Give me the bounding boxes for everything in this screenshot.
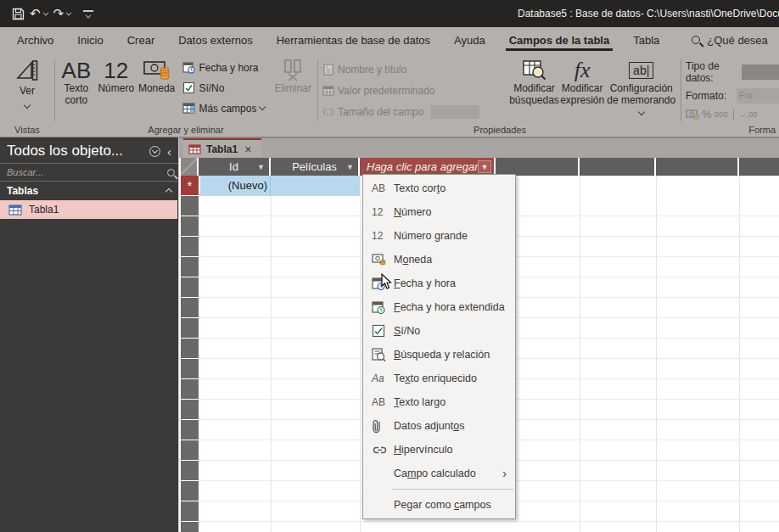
menu-item-label: Número grande xyxy=(394,230,468,242)
row-selector[interactable] xyxy=(181,318,199,338)
menu-item-texto-enriquecido[interactable]: AaTexto enriquecido xyxy=(363,367,515,390)
menu-item-hiperv-nculo[interactable]: Hipervínculo xyxy=(363,438,515,462)
nav-menu-icon[interactable] xyxy=(149,146,160,157)
menu-item-campo-calculado[interactable]: Campo calculado› xyxy=(363,462,515,485)
menu-item-b-squeda-y-relaci-n[interactable]: Búsqueda y relación xyxy=(363,343,515,367)
currency-button[interactable]: Moneda xyxy=(136,53,178,122)
long-text-icon: AB xyxy=(372,396,394,408)
row-selector[interactable] xyxy=(181,400,199,419)
nav-pane-title: Todos los objeto... xyxy=(7,143,149,160)
menu-item-pegar-como-campos[interactable]: Pegar como campos xyxy=(363,493,515,517)
field-size-button: Tamaño del campo xyxy=(322,103,509,120)
document-tab-tabla1[interactable]: Tabla1 × xyxy=(183,138,261,159)
group-formato: Tipo de datos: Formato: For % 000 ←,00 F… xyxy=(686,53,779,137)
select-all-corner[interactable] xyxy=(181,158,199,176)
row-selector[interactable] xyxy=(181,440,199,460)
ribbon-tab-tabla[interactable]: Tabla xyxy=(621,27,671,53)
ribbon: Ver Vistas AB Texto corto 12 Número Mone… xyxy=(0,53,779,137)
ribbon-tab-archivo[interactable]: Archivo xyxy=(5,27,65,53)
new-record-row[interactable]: (Nuevo) xyxy=(200,176,360,196)
column-header-id[interactable]: Id ▼ xyxy=(199,158,271,176)
menu-item-fecha-y-hora-extendida[interactable]: Fecha y hora extendida xyxy=(363,295,515,319)
menu-separator xyxy=(392,489,513,490)
empty-column-header xyxy=(656,158,739,176)
menu-item-s-no[interactable]: Sí/No xyxy=(363,319,515,343)
data-type-dropdown[interactable] xyxy=(742,64,779,80)
row-selector[interactable] xyxy=(181,216,199,236)
menu-item-datos-adjuntos[interactable]: Datos adjuntos xyxy=(363,414,515,438)
ribbon-tab-campos-de-la-tabla[interactable]: Campos de la tabla xyxy=(497,27,621,53)
table-icon xyxy=(8,204,22,216)
row-selector[interactable] xyxy=(181,339,199,358)
menu-item-label: Texto corto xyxy=(394,182,446,194)
number-button[interactable]: 12 Número xyxy=(97,53,136,122)
short-text-button[interactable]: AB Texto corto xyxy=(56,53,97,122)
row-selector[interactable] xyxy=(181,522,199,532)
ribbon-tab-inicio[interactable]: Inicio xyxy=(65,27,115,53)
ribbon-tab-crear[interactable]: Crear xyxy=(115,27,167,53)
row-selector[interactable] xyxy=(181,501,199,521)
column-header-peliculas[interactable]: Películas ▼ xyxy=(271,158,360,176)
group-propiedades: Nombre y título Valor predeterminado Tam… xyxy=(322,53,677,137)
ribbon-tab-row: ArchivoInicioCrearDatos externosHerramie… xyxy=(0,27,779,53)
row-selector[interactable] xyxy=(181,359,199,378)
row-selector[interactable] xyxy=(181,277,199,297)
menu-item-n-mero-grande[interactable]: 12Número grande xyxy=(363,224,515,248)
ribbon-tab-ayuda[interactable]: Ayuda xyxy=(442,27,497,53)
collapse-icon xyxy=(165,188,172,195)
short-text-label: Texto corto xyxy=(56,83,97,107)
data-type-label: Tipo de datos: xyxy=(686,60,742,84)
date-time-label: Fecha y hora xyxy=(199,62,258,74)
ribbon-tab-datos-externos[interactable]: Datos externos xyxy=(166,27,264,53)
tell-me-search[interactable]: ¿Qué desea xyxy=(692,34,768,47)
modify-expression-label: Modificar expresión xyxy=(559,83,606,107)
undo-icon[interactable]: ↶ xyxy=(30,6,48,21)
ribbon-tab-herramientas-de-base-de-datos[interactable]: Herramientas de base de datos xyxy=(265,27,442,53)
menu-item-moneda[interactable]: Moneda xyxy=(363,248,515,272)
nav-search[interactable]: Buscar... xyxy=(0,163,178,182)
delete-column-icon xyxy=(280,58,305,83)
close-icon[interactable]: × xyxy=(244,143,251,156)
row-selector[interactable] xyxy=(181,461,199,480)
menu-item-texto-corto[interactable]: ABTexto corto xyxy=(363,176,515,200)
shutter-close-icon[interactable]: ‹ xyxy=(165,144,173,159)
row-selector[interactable] xyxy=(181,379,199,399)
add-field-header[interactable]: Haga clic para agregar ▼ xyxy=(360,158,496,176)
more-fields-button[interactable]: Más campos xyxy=(182,99,266,117)
more-fields-label: Más campos xyxy=(199,103,256,115)
save-icon[interactable] xyxy=(12,8,25,20)
nav-item-tabla1[interactable]: Tabla1 xyxy=(0,200,177,219)
rich-text-icon: Aa xyxy=(372,372,394,384)
row-selector[interactable] xyxy=(181,237,199,256)
field-size-label: Tamaño del campo xyxy=(338,106,423,118)
default-value-button: Valor predeterminado xyxy=(322,81,509,99)
redo-icon[interactable]: ↷ xyxy=(53,6,72,21)
yes-no-button[interactable]: Sí/No xyxy=(182,79,266,97)
row-selector[interactable] xyxy=(181,481,199,501)
new-record-selector[interactable]: * xyxy=(181,176,199,195)
add-field-dropdown-icon[interactable]: ▼ xyxy=(478,160,491,173)
id-cell-new[interactable]: (Nuevo) xyxy=(200,176,271,196)
row-selector[interactable] xyxy=(181,298,199,317)
modify-lookups-button[interactable]: Modificar búsquedas xyxy=(509,53,559,122)
memo-settings-button[interactable]: ab| Configuración de memorando xyxy=(605,53,677,122)
view-label: Ver xyxy=(20,86,35,98)
date-time-button[interactable]: Fecha y hora xyxy=(182,59,266,76)
modify-expression-button[interactable]: fx Modificar expresión xyxy=(559,53,606,122)
mouse-cursor xyxy=(381,273,395,290)
filter-arrow-icon[interactable]: ▼ xyxy=(346,163,354,171)
row-selector[interactable] xyxy=(181,420,199,440)
menu-item-label: Datos adjuntos xyxy=(394,420,464,432)
row-selector[interactable] xyxy=(181,196,199,216)
menu-item-texto-largo[interactable]: ABTexto largo xyxy=(363,390,515,414)
number-icon: 12 xyxy=(104,58,128,83)
group-label-agregar: Agregar y eliminar xyxy=(56,125,316,135)
menu-item-n-mero[interactable]: 12Número xyxy=(363,200,515,224)
peliculas-cell-new[interactable] xyxy=(271,176,360,196)
row-selector[interactable] xyxy=(181,257,199,277)
customize-qat-icon[interactable] xyxy=(83,10,93,18)
view-button[interactable]: Ver xyxy=(5,53,49,122)
document-tab-strip: Tabla1 × xyxy=(179,137,779,158)
filter-arrow-icon[interactable]: ▼ xyxy=(257,163,265,171)
nav-section-tablas[interactable]: Tablas xyxy=(0,182,178,200)
